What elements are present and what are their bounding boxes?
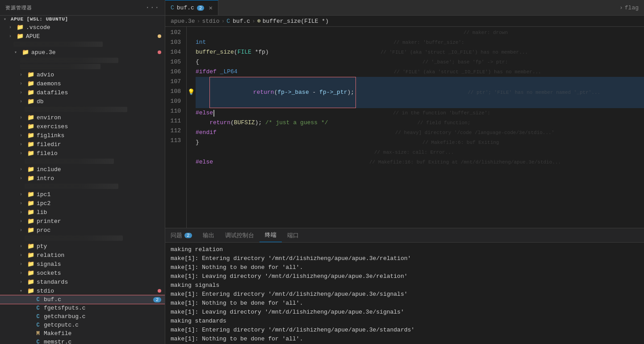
sidebar-item-makefile[interactable]: M Makefile — [0, 329, 165, 338]
sidebar-item-label: stdio — [37, 288, 158, 294]
arrow-icon: › — [20, 244, 27, 249]
code-line-113: #else // Makefile:16: buf Exiting at /mn… — [196, 157, 644, 167]
sidebar-item-label: fgetsfputs.c — [44, 305, 165, 311]
sidebar-item-label: filedir — [37, 141, 165, 148]
op-paren: ( — [234, 47, 238, 57]
lightbulb-icon[interactable]: 💡 — [188, 88, 195, 97]
arrow-icon: › — [9, 34, 16, 39]
folder-icon: 📁 — [27, 166, 35, 173]
sidebar-item-daemons[interactable]: › 📁 daemons — [0, 79, 165, 88]
keyword-int: int — [196, 38, 206, 47]
faded-comment-102: // maker: drown — [464, 28, 508, 38]
return-boxed: return(fp->_base - fp->_ptr); — [209, 77, 356, 108]
sidebar-item-getcputc[interactable]: C getcputc.c — [0, 321, 165, 329]
sidebar-item-pty[interactable]: › 📁 pty — [0, 242, 165, 251]
prep-endif: #endif — [196, 128, 217, 138]
folder-icon: 📁 — [27, 269, 35, 277]
terminal-line: make[1]: Entering directory '/mnt/d/lish… — [171, 326, 639, 335]
sidebar-menu-icon[interactable]: ··· — [146, 4, 159, 12]
sidebar-item-signals[interactable]: › 📁 signals — [0, 260, 165, 268]
arrow-icon: › — [20, 99, 27, 104]
op-close-109: ); — [255, 118, 265, 128]
panel-tab-debug[interactable]: 调试控制台 — [220, 228, 259, 242]
panel-tab-output[interactable]: 输出 — [197, 228, 220, 242]
sidebar-item-ipc1[interactable]: › 📁 ipc1 — [0, 190, 165, 199]
sidebar-item-label: relation — [37, 252, 165, 259]
sidebar-item-datafiles[interactable]: › 📁 datafiles — [0, 88, 165, 97]
sidebar-item-environ[interactable]: › 📁 environ — [0, 113, 165, 122]
breadcrumb-sep1: › — [197, 18, 201, 25]
sidebar-item-db[interactable]: › 📁 db — [0, 97, 165, 106]
sidebar-item-bufc[interactable]: C buf.c 2 — [0, 295, 165, 304]
breadcrumb-sep2: › — [221, 18, 225, 25]
line-num: 106 — [165, 67, 181, 77]
sidebar-item-proc[interactable]: › 📁 proc — [0, 226, 165, 235]
sidebar-item-label: daemons — [37, 80, 165, 87]
sidebar-item-label: proc — [37, 227, 165, 234]
arrow-icon: ▾ — [20, 288, 27, 294]
sidebar-root-label: APUE [WSL: UBUNTU] — [11, 17, 165, 22]
arrow-icon: › — [20, 271, 27, 276]
code-lines[interactable]: // maker: drown int // maker: 'buffer_si… — [187, 27, 644, 228]
sidebar-item-APUE[interactable]: › 📁 APUE — [0, 32, 165, 41]
file-c-icon: C — [34, 314, 42, 320]
arrow-icon: › — [20, 219, 27, 224]
sidebar-item-figlinks[interactable]: › 📁 figlinks — [0, 131, 165, 140]
sidebar-item-label: standards — [37, 279, 165, 285]
sidebar-item-stdio[interactable]: ▾ 📁 stdio — [0, 286, 165, 295]
sidebar-title: 资源管理器 — [5, 4, 32, 11]
panel-tab-terminal[interactable]: 终端 — [259, 228, 282, 242]
sidebar-item-intro[interactable]: › 📁 intro — [0, 174, 165, 183]
folder-icon: 📁 — [27, 175, 35, 182]
arrow-icon: › — [20, 192, 27, 197]
brace-open: { — [196, 57, 199, 67]
sidebar-item-ipc2[interactable]: › 📁 ipc2 — [0, 199, 165, 208]
sidebar-item-apue3e[interactable]: ▾ 📁 apue.3e — [0, 48, 165, 57]
sidebar-item-label: environ — [37, 114, 165, 121]
sidebar-item-printer[interactable]: › 📁 printer — [0, 217, 165, 226]
sidebar-item-label: ipc2 — [37, 200, 165, 207]
terminal-line: make[1]: Leaving directory '/mnt/d/lishi… — [171, 308, 639, 317]
sidebar-item-label: signals — [37, 261, 165, 268]
arrow-icon: › — [20, 124, 27, 129]
sidebar-item-include[interactable]: › 📁 include — [0, 165, 165, 174]
sidebar-item-vscode[interactable]: › 📁 .vscode — [0, 23, 165, 32]
code-line-102: // maker: drown — [196, 28, 644, 38]
tab-close-icon[interactable]: ✕ — [209, 4, 212, 12]
sidebar-item-root[interactable]: ▾ APUE [WSL: UBUNTU] — [0, 16, 165, 23]
sidebar-item-getcharbug[interactable]: C getcharbug.c — [0, 312, 165, 321]
breadcrumb-apue3e[interactable]: apue.3e — [171, 18, 195, 25]
sidebar-item-exercises[interactable]: › 📁 exercises — [0, 122, 165, 131]
sidebar-item-label: printer — [37, 218, 165, 225]
sidebar-item-lib[interactable]: › 📁 lib — [0, 208, 165, 217]
op-109: ( — [230, 118, 234, 128]
type-FILE: FILE — [238, 47, 251, 57]
tab-bufc[interactable]: C buf.c 2 ✕ — [165, 0, 218, 15]
code-line-110: #endif // heavy] directory '/code /langu… — [196, 128, 644, 138]
sidebar-item-relation[interactable]: › 📁 relation — [0, 251, 165, 260]
line-num: 111 — [165, 116, 181, 126]
sidebar-item-fgetsfputs[interactable]: C fgetsfputs.c — [0, 304, 165, 312]
chevron-right-icon: › — [619, 4, 623, 11]
var-fpptr: fp->_ptr — [319, 89, 347, 96]
breadcrumb-bufc[interactable]: buf.c — [233, 18, 250, 25]
breadcrumb-stdio[interactable]: stdio — [202, 18, 219, 25]
sidebar-item-filedir[interactable]: › 📁 filedir — [0, 140, 165, 149]
arrow-icon: › — [20, 115, 27, 120]
tab-label: buf.c — [177, 4, 194, 11]
folder-icon: 📁 — [27, 252, 35, 259]
panel-tab-problems[interactable]: 问题 2 — [165, 228, 197, 242]
faded-103: // maker: 'buffer_size': — [385, 38, 464, 47]
sidebar-item-advio[interactable]: › 📁 advio — [0, 70, 165, 79]
sidebar-item-sockets[interactable]: › 📁 sockets — [0, 268, 165, 277]
flag-label: flag — [625, 4, 639, 11]
code-line-105: { // '_base'; base 'fp' -> ptr: — [196, 57, 644, 67]
panel-tab-ports[interactable]: 端口 — [282, 228, 304, 242]
sidebar-item-memstr[interactable]: C memstr.c — [0, 338, 165, 344]
sidebar-item-standards[interactable]: › 📁 standards — [0, 277, 165, 286]
faded-113: // Makefile:16: buf Exiting at /mnt/d/li… — [369, 157, 561, 167]
file-c-icon: C — [34, 297, 42, 303]
sidebar-item-fileio[interactable]: › 📁 fileio — [0, 149, 165, 158]
breadcrumb-function[interactable]: buffer_size(FILE *) — [263, 18, 329, 25]
faded-107: // ptr'; 'FILE' has no member named '_pt… — [468, 88, 600, 97]
